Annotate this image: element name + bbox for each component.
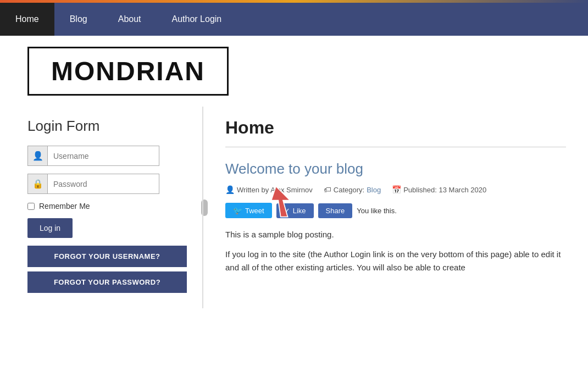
lock-icon: 🔒 [28,174,48,193]
logo-area: MONDRIAN [0,36,588,107]
tweet-label: Tweet [245,207,264,215]
share-button[interactable]: Share [318,203,353,218]
meta-category: 🏷 Category: Blog [324,185,381,194]
scroll-indicator[interactable] [201,199,208,216]
remember-me-text: Remember Me [39,202,90,210]
user-icon: 👤 [28,146,48,165]
social-bar: 🐦 Tweet ✓ Like Share You like this. [225,203,566,218]
you-like-text: You like this. [357,207,397,215]
password-input-group: 🔒 [27,174,159,194]
author-icon: 👤 [225,185,235,194]
login-button[interactable]: Log in [27,218,73,238]
meta-published: 📅 Published: 13 March 2020 [392,185,486,194]
nav-author-login[interactable]: Author Login [157,3,237,36]
article-paragraph-1: This is a sample blog posting. [225,228,566,241]
remember-me-label[interactable]: Remember Me [27,202,181,210]
login-form-title: Login Form [27,118,181,135]
username-input[interactable] [48,147,159,165]
forgot-username-button[interactable]: FORGOT YOUR USERNAME? [27,246,187,267]
main-content: Home Welcome to your blog 👤 Written by A… [203,107,588,308]
forgot-password-button[interactable]: FORGOT YOUR PASSWORD? [27,271,187,293]
category-prefix: Category: [334,186,364,194]
category-icon: 🏷 [324,185,331,194]
main-layout: Login Form 👤 🔒 Remember Me Log in FORGOT… [0,107,588,308]
tweet-button[interactable]: 🐦 Tweet [225,203,272,218]
page-title: Home [225,118,566,138]
logo-box: MONDRIAN [27,47,229,96]
remember-me-checkbox[interactable] [27,203,35,210]
password-input[interactable] [48,175,159,193]
sidebar: Login Form 👤 🔒 Remember Me Log in FORGOT… [0,107,203,308]
category-link[interactable]: Blog [367,186,381,194]
article-title[interactable]: Welcome to your blog [225,160,566,178]
main-nav: Home Blog About Author Login [0,3,588,36]
nav-home[interactable]: Home [0,3,54,36]
nav-blog[interactable]: Blog [54,3,103,36]
nav-about[interactable]: About [103,3,157,36]
article-paragraph-2: If you log in to the site (the Author Lo… [225,248,566,274]
title-divider [225,147,566,147]
calendar-icon: 📅 [392,185,401,194]
published-text: Published: 13 March 2020 [403,186,486,194]
svg-marker-0 [271,186,290,217]
username-input-group: 👤 [27,146,159,166]
logo-text: MONDRIAN [51,57,205,86]
twitter-icon: 🐦 [233,206,242,215]
article-body: This is a sample blog posting. If you lo… [225,228,566,274]
arrow-cursor-graphic [269,186,297,219]
